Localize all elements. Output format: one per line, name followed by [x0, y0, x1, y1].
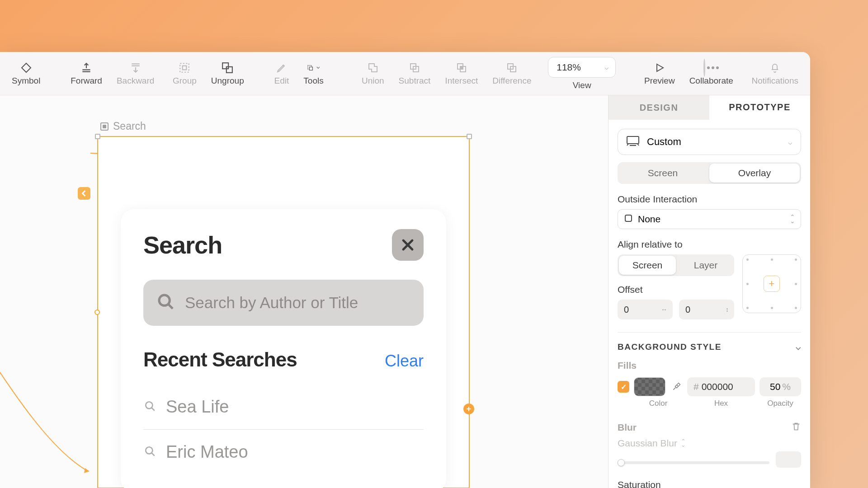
- tools-menu[interactable]: Tools: [296, 52, 330, 95]
- blur-slider[interactable]: [618, 461, 769, 464]
- opacity-input[interactable]: 50 %: [760, 377, 801, 396]
- toolbar-label: Tools: [303, 76, 323, 86]
- group-button[interactable]: Group: [165, 52, 204, 95]
- app-window: Symbol Forward Backward Group Ungroup Ed…: [0, 52, 810, 488]
- artboard-label[interactable]: Search: [100, 120, 146, 132]
- chevron-down-icon[interactable]: ⌵: [796, 342, 802, 352]
- hash-prefix: #: [693, 381, 699, 392]
- opacity-value: 50: [770, 381, 780, 392]
- forward-button[interactable]: Forward: [63, 52, 109, 95]
- blur-type-select[interactable]: Gaussian Blur ⌃⌄: [618, 438, 801, 449]
- toolbar-label: Backward: [117, 76, 154, 86]
- chevron-down-icon: ⌵: [788, 138, 793, 146]
- intersect-button[interactable]: Intersect: [438, 52, 485, 95]
- pencil-icon: [275, 61, 288, 74]
- toolbar-label: Collaborate: [689, 76, 733, 86]
- close-button[interactable]: [392, 229, 424, 261]
- zoom-value: 118%: [557, 62, 581, 73]
- link-anchor[interactable]: [94, 310, 100, 315]
- union-icon: [367, 61, 379, 74]
- edit-button[interactable]: Edit: [267, 52, 297, 95]
- send-backward-icon: [129, 61, 142, 74]
- backward-button[interactable]: Backward: [109, 52, 161, 95]
- tab-design[interactable]: DESIGN: [609, 95, 709, 120]
- color-swatch[interactable]: [634, 377, 665, 396]
- intersect-icon: [455, 61, 468, 74]
- add-link-badge[interactable]: +: [463, 404, 474, 414]
- outside-interaction-select[interactable]: None ⌃⌄: [618, 209, 801, 229]
- toolbar: Symbol Forward Backward Group Ungroup Ed…: [0, 52, 810, 95]
- subtract-button[interactable]: Subtract: [392, 52, 438, 95]
- fill-enabled-checkbox[interactable]: ✓: [618, 381, 629, 393]
- clear-link[interactable]: Clear: [385, 352, 424, 371]
- search-input[interactable]: Search by Author or Title: [143, 280, 424, 326]
- offset-x-value: 0: [624, 305, 629, 315]
- artboard[interactable]: + Search Search by Author or Title Recen…: [97, 136, 470, 488]
- recent-item-text: Eric Mateo: [166, 442, 248, 462]
- fill-row: ✓ # 000000 50 %: [618, 377, 801, 396]
- eyedropper-button[interactable]: [670, 377, 683, 396]
- toolbar-label: Notifications: [752, 76, 799, 86]
- offset-x-input[interactable]: 0 ↔: [618, 300, 673, 319]
- sublabel-hex: Hex: [683, 399, 760, 408]
- toolbar-label: Intersect: [445, 76, 478, 86]
- search-placeholder: Search by Author or Title: [185, 294, 358, 312]
- subtract-icon: [408, 61, 421, 74]
- blur-label: Blur: [618, 422, 637, 433]
- offset-label: Offset: [618, 284, 734, 295]
- trash-icon[interactable]: [791, 422, 801, 433]
- segment-overlay[interactable]: Overlay: [709, 164, 800, 183]
- search-card: Search Search by Author or Title Recent …: [121, 209, 446, 488]
- screen-overlay-segment[interactable]: Screen Overlay: [618, 162, 801, 184]
- recent-item[interactable]: Sea Life: [143, 385, 424, 430]
- align-screen[interactable]: Screen: [619, 256, 676, 275]
- notifications-button[interactable]: Notifications: [745, 52, 806, 95]
- preview-button[interactable]: Preview: [637, 52, 682, 95]
- resize-handle[interactable]: [467, 134, 472, 139]
- difference-button[interactable]: Difference: [485, 52, 538, 95]
- svg-point-14: [146, 402, 152, 408]
- recent-item-text: Sea Life: [166, 397, 229, 417]
- segment-screen[interactable]: Screen: [618, 162, 708, 184]
- square-icon: [624, 214, 632, 224]
- collaborate-button[interactable]: Collaborate: [682, 52, 741, 95]
- recent-searches-heading: Recent Searches: [143, 348, 297, 371]
- blur-value-field[interactable]: [776, 451, 801, 468]
- align-layer[interactable]: Layer: [677, 254, 734, 276]
- create-symbol-button[interactable]: Symbol: [5, 52, 47, 95]
- anchor-center[interactable]: +: [764, 276, 780, 292]
- toolbar-label: Edit: [274, 76, 289, 86]
- user-avatar: [703, 59, 705, 77]
- union-button[interactable]: Union: [354, 52, 392, 95]
- stepper-icon: ⌃⌄: [681, 440, 686, 447]
- align-segment[interactable]: Screen Layer: [618, 254, 734, 276]
- background-style-header[interactable]: BACKGROUND STYLE: [618, 342, 722, 352]
- hex-input[interactable]: # 000000: [687, 377, 755, 396]
- toolbar-label: Ungroup: [211, 76, 244, 86]
- tab-prototype[interactable]: PROTOTYPE: [709, 95, 810, 120]
- device-dropdown[interactable]: Custom ⌵: [618, 129, 801, 155]
- toolbar-label: Difference: [492, 76, 531, 86]
- search-icon: [144, 446, 156, 459]
- svg-rect-10: [460, 66, 463, 69]
- svg-rect-3: [226, 66, 232, 72]
- tools-icon: [307, 61, 320, 74]
- canvas[interactable]: Search + Search Search by Author or Titl…: [0, 95, 608, 488]
- svg-rect-2: [222, 63, 228, 69]
- search-icon: [157, 293, 175, 313]
- slider-thumb[interactable]: [618, 459, 625, 466]
- resize-handle[interactable]: [95, 134, 100, 139]
- back-link-badge[interactable]: [78, 187, 90, 200]
- svg-rect-5: [310, 67, 313, 70]
- view-menu[interactable]: 118% ⌵ View: [542, 52, 621, 95]
- card-title: Search: [143, 231, 222, 259]
- anchor-picker[interactable]: +: [742, 254, 801, 313]
- recent-item[interactable]: Eric Mateo: [143, 430, 424, 474]
- zoom-select[interactable]: 118% ⌵: [548, 57, 616, 78]
- ungroup-button[interactable]: Ungroup: [204, 52, 251, 95]
- saturation-label: Saturation: [618, 479, 801, 488]
- offset-y-input[interactable]: 0 ↕: [679, 300, 734, 319]
- ungroup-icon: [221, 61, 234, 74]
- artboard-icon: [100, 122, 108, 131]
- align-label: Align relative to: [618, 239, 801, 250]
